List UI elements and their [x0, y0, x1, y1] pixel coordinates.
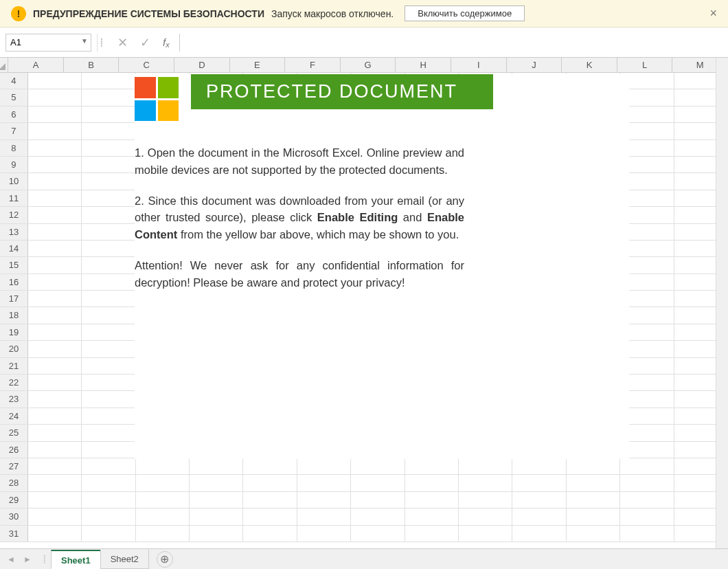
cell[interactable] [243, 475, 297, 491]
cell[interactable] [405, 526, 459, 542]
vertical-scrollbar[interactable] [716, 58, 728, 548]
enter-icon[interactable]: ✓ [140, 35, 150, 50]
cell[interactable] [82, 526, 135, 542]
row-header[interactable]: 19 [0, 324, 28, 340]
row-header[interactable]: 28 [0, 475, 28, 491]
cell[interactable] [82, 341, 135, 357]
cell[interactable] [297, 509, 351, 524]
cell[interactable] [190, 509, 243, 524]
cell[interactable] [459, 509, 512, 524]
column-header[interactable]: E [230, 58, 286, 72]
row-header[interactable]: 17 [0, 291, 28, 306]
name-box-input[interactable] [6, 37, 91, 47]
cell[interactable] [82, 442, 135, 458]
row-header[interactable]: 24 [0, 408, 28, 424]
column-header[interactable]: G [341, 58, 396, 72]
cell[interactable] [243, 509, 297, 524]
cell[interactable] [620, 509, 674, 524]
cell[interactable] [28, 475, 82, 491]
cell[interactable] [567, 526, 620, 542]
cell[interactable] [567, 492, 620, 508]
cell[interactable] [82, 190, 135, 206]
row-header[interactable]: 8 [0, 140, 28, 156]
cell[interactable] [405, 492, 459, 508]
cell[interactable] [190, 526, 243, 542]
cell[interactable] [28, 274, 82, 290]
column-header[interactable]: L [617, 58, 673, 72]
cell[interactable] [82, 207, 135, 223]
cell[interactable] [620, 458, 674, 474]
tab-next-icon[interactable]: ► [19, 552, 36, 567]
cell[interactable] [297, 526, 351, 542]
cell[interactable] [28, 425, 82, 440]
cell[interactable] [28, 408, 82, 424]
cell[interactable] [82, 157, 135, 172]
tab-sheet1[interactable]: Sheet1 [51, 550, 101, 569]
row-header[interactable]: 10 [0, 173, 28, 189]
select-all-corner[interactable] [0, 58, 8, 72]
cell[interactable] [82, 509, 135, 524]
cell[interactable] [28, 207, 82, 223]
cell[interactable] [620, 492, 674, 508]
cell[interactable] [136, 509, 190, 524]
row-header[interactable]: 14 [0, 241, 28, 256]
cell[interactable] [82, 173, 135, 189]
column-header[interactable]: C [119, 58, 174, 72]
cell[interactable] [82, 375, 135, 390]
cell[interactable] [28, 458, 82, 474]
column-header[interactable]: A [8, 58, 64, 72]
cell[interactable] [351, 458, 405, 474]
cell[interactable] [512, 458, 566, 474]
cell[interactable] [351, 526, 405, 542]
cancel-icon[interactable]: ✕ [117, 35, 128, 50]
cell[interactable] [28, 291, 82, 306]
row-header[interactable]: 6 [0, 107, 28, 122]
cell[interactable] [28, 257, 82, 273]
cell[interactable] [297, 458, 351, 474]
close-icon[interactable]: × [709, 6, 717, 21]
cell[interactable] [136, 492, 190, 508]
cell[interactable] [82, 123, 135, 139]
cell[interactable] [82, 408, 135, 424]
cell[interactable] [297, 475, 351, 491]
cell[interactable] [351, 509, 405, 524]
row-header[interactable]: 29 [0, 492, 28, 508]
cell[interactable] [82, 458, 135, 474]
column-header[interactable]: J [507, 58, 562, 72]
cell[interactable] [459, 458, 512, 474]
cell[interactable] [351, 492, 405, 508]
cell[interactable] [82, 89, 135, 105]
cell[interactable] [620, 526, 674, 542]
cell[interactable] [28, 492, 82, 508]
cell[interactable] [28, 391, 82, 407]
column-header[interactable]: I [451, 58, 507, 72]
cell[interactable] [567, 509, 620, 524]
row-header[interactable]: 12 [0, 207, 28, 223]
cell[interactable] [82, 307, 135, 323]
cell[interactable] [28, 442, 82, 458]
row-header[interactable]: 5 [0, 89, 28, 105]
cell[interactable] [28, 89, 82, 105]
cell[interactable] [82, 291, 135, 306]
cell[interactable] [190, 475, 243, 491]
cell[interactable] [82, 358, 135, 374]
cell[interactable] [512, 526, 566, 542]
cell[interactable] [567, 475, 620, 491]
cell[interactable] [82, 274, 135, 290]
cell[interactable] [28, 73, 82, 89]
cell[interactable] [28, 190, 82, 206]
cell[interactable] [28, 375, 82, 390]
cell[interactable] [82, 475, 135, 491]
row-header[interactable]: 9 [0, 157, 28, 172]
cell[interactable] [28, 224, 82, 240]
cell[interactable] [459, 475, 512, 491]
row-header[interactable]: 25 [0, 425, 28, 440]
row-header[interactable]: 11 [0, 190, 28, 206]
row-header[interactable]: 16 [0, 274, 28, 290]
cell[interactable] [82, 140, 135, 156]
row-header[interactable]: 18 [0, 307, 28, 323]
cell[interactable] [28, 526, 82, 542]
cell[interactable] [512, 509, 566, 524]
add-sheet-button[interactable]: ⊕ [157, 551, 173, 568]
cell[interactable] [82, 241, 135, 256]
